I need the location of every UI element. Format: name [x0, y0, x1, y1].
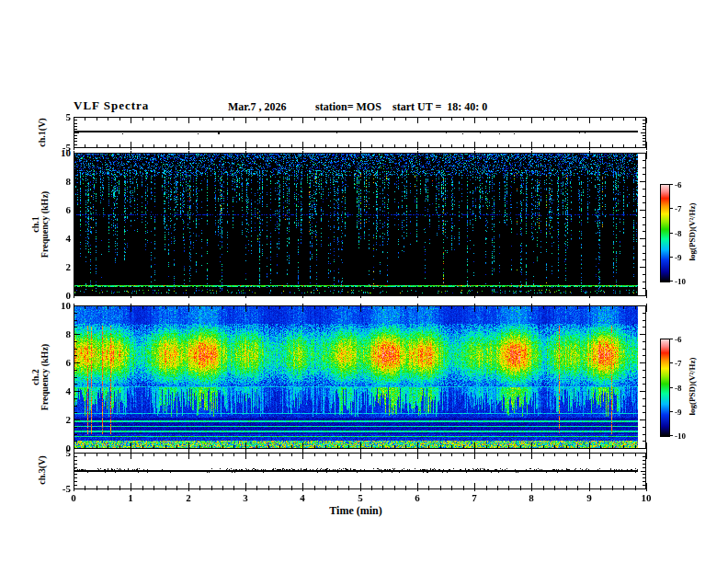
axis-tick	[85, 454, 85, 456]
axis-tick	[291, 144, 292, 147]
axis-tick	[97, 118, 97, 121]
colorbar-tick-label: -10	[675, 276, 695, 287]
axis-tick	[360, 118, 361, 123]
axis-tick	[74, 391, 80, 392]
axis-tick	[405, 144, 406, 147]
axis-tick	[405, 118, 406, 121]
x-tick-label: 7	[461, 492, 488, 503]
axis-tick	[520, 118, 521, 121]
axis-tick	[640, 210, 645, 211]
axis-tick	[554, 445, 555, 448]
axis-tick	[245, 118, 246, 123]
axis-tick	[646, 304, 647, 306]
axis-tick	[222, 154, 223, 156]
axis-tick	[131, 304, 131, 306]
axis-tick	[222, 488, 223, 490]
header-station: station= MOS	[315, 100, 381, 114]
axis-tick	[325, 144, 326, 147]
axis-tick	[669, 339, 673, 339]
axis-tick	[360, 488, 361, 491]
axis-tick	[520, 306, 521, 309]
axis-tick	[142, 306, 143, 309]
axis-tick	[74, 174, 77, 175]
axis-tick	[641, 117, 645, 118]
x-tick-label: 4	[289, 492, 316, 503]
axis-tick	[199, 306, 200, 309]
axis-tick	[268, 454, 269, 456]
axis-tick	[428, 306, 429, 309]
axis-tick	[589, 306, 590, 312]
axis-tick	[74, 181, 80, 182]
axis-tick	[74, 196, 77, 197]
axis-tick	[474, 151, 475, 154]
axis-tick	[640, 419, 645, 420]
axis-tick	[440, 154, 441, 156]
axis-tick	[417, 304, 418, 306]
axis-tick	[623, 118, 624, 121]
axis-tick	[669, 435, 673, 436]
axis-tick	[669, 281, 673, 282]
axis-tick	[643, 196, 645, 197]
y-tick-label: 5	[46, 111, 71, 122]
axis-tick	[428, 454, 429, 456]
axis-tick	[474, 147, 475, 150]
axis-tick	[566, 488, 567, 490]
axis-tick	[119, 488, 120, 490]
axis-tick	[74, 202, 77, 203]
axis-tick	[119, 154, 120, 156]
axis-tick	[451, 445, 452, 448]
x-tick-label: 3	[232, 492, 259, 503]
axis-tick	[669, 257, 673, 258]
axis-tick	[394, 488, 395, 490]
axis-tick	[74, 132, 79, 133]
axis-tick	[348, 454, 349, 456]
axis-tick	[245, 454, 246, 459]
axis-tick	[643, 441, 645, 442]
axis-tick	[119, 306, 120, 309]
axis-tick	[643, 370, 645, 371]
axis-tick	[428, 293, 429, 295]
axis-tick	[508, 445, 509, 448]
ylabel-ch3-voltage: ch.3(V)	[38, 455, 47, 484]
axis-tick	[74, 427, 77, 428]
axis-tick	[589, 154, 590, 159]
axis-tick	[222, 118, 223, 121]
axis-tick	[635, 293, 636, 295]
axis-tick	[486, 293, 487, 295]
axis-tick	[154, 306, 154, 309]
axis-tick	[577, 445, 578, 448]
axis-tick	[486, 154, 487, 156]
axis-tick	[463, 488, 464, 490]
axis-tick	[417, 306, 418, 312]
axis-tick	[508, 118, 509, 121]
axis-tick	[119, 454, 120, 456]
axis-tick	[531, 488, 532, 491]
axis-tick	[646, 454, 647, 459]
axis-tick	[337, 488, 338, 490]
axis-tick	[474, 451, 475, 454]
axis-tick	[211, 293, 212, 295]
axis-tick	[302, 454, 303, 459]
axis-tick	[643, 217, 645, 218]
axis-tick	[108, 293, 108, 295]
axis-tick	[74, 135, 77, 136]
axis-tick	[74, 406, 77, 407]
axis-tick	[74, 370, 77, 371]
axis-tick	[497, 118, 498, 121]
axis-tick	[589, 304, 590, 306]
axis-tick	[245, 295, 246, 298]
ch3-waveform-canvas	[74, 454, 638, 488]
axis-tick	[646, 451, 647, 454]
axis-tick	[233, 118, 234, 121]
axis-tick	[640, 267, 645, 268]
axis-tick	[554, 488, 555, 490]
axis-tick	[382, 144, 383, 147]
y-tick-label: 4	[46, 385, 71, 396]
axis-tick	[233, 445, 234, 448]
axis-tick	[74, 398, 77, 399]
axis-tick	[74, 253, 77, 254]
axis-tick	[222, 144, 223, 147]
axis-tick	[74, 313, 77, 314]
x-tick-label: 10	[632, 492, 660, 503]
axis-tick	[97, 293, 97, 295]
